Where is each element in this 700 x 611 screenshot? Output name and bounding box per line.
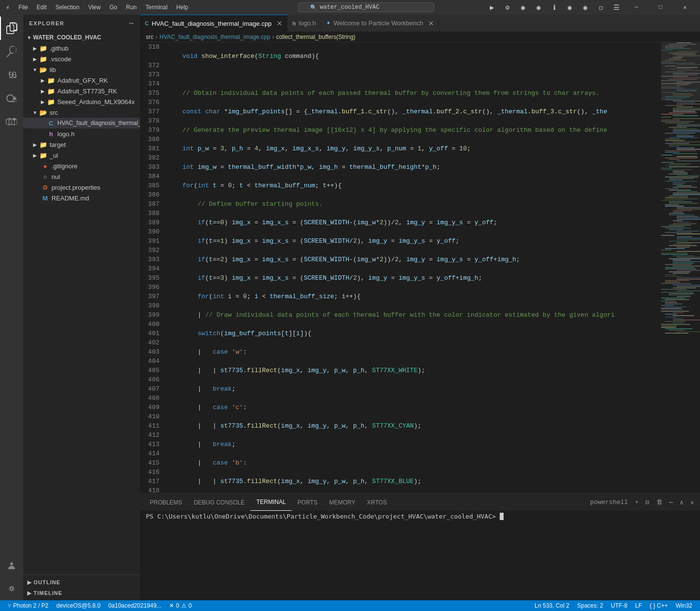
minimize-button[interactable]: ─ <box>625 0 648 15</box>
encoding-text: UTF-8 <box>611 602 628 609</box>
panel-tab-terminal[interactable]: TERMINAL <box>250 494 292 511</box>
menu-file[interactable]: File <box>15 3 32 12</box>
activity-extensions[interactable] <box>0 110 23 133</box>
toolbar-btn2[interactable]: ◉ <box>532 0 545 14</box>
activity-account[interactable] <box>0 554 23 577</box>
code-content[interactable]: void show_interface(String command){ // … <box>163 42 661 493</box>
toolbar-btn4[interactable]: ◉ <box>563 0 577 14</box>
menu-terminal[interactable]: Terminal <box>141 3 171 12</box>
panel-tab-problems[interactable]: PROBLEMS <box>144 494 188 511</box>
new-terminal-btn[interactable]: + <box>633 498 641 507</box>
tree-github[interactable]: ▶ 📁 .github <box>23 43 140 54</box>
file-icon-nul: ○ <box>41 173 50 180</box>
tree-readme[interactable]: M README.md <box>23 193 140 203</box>
tree-gitignore[interactable]: ● .gitignore <box>23 161 140 171</box>
warning-icon: ⚠ <box>181 602 187 609</box>
tree-lib[interactable]: ▼ 📂 lib <box>23 64 140 75</box>
toolbar-btn6[interactable]: ◻ <box>594 0 608 14</box>
tab-workbench[interactable]: ✦ Welcome to Particle Workbench ✕ <box>321 15 439 32</box>
menu-run[interactable]: Run <box>122 3 140 12</box>
breadcrumb-src[interactable]: src <box>146 34 154 40</box>
toolbar-btn3[interactable]: ℹ <box>547 0 561 14</box>
delete-terminal-btn[interactable]: 🗑 <box>654 498 665 507</box>
status-language[interactable]: { } C++ <box>646 600 672 611</box>
label-nul: nul <box>52 173 60 180</box>
more-terminal-btn[interactable]: ⋯ <box>667 498 675 507</box>
code-line: int p_w = 3, p_h = 4, img_x, img_x_s, im… <box>167 144 661 153</box>
tree-logo-h[interactable]: h logo.h <box>23 128 140 139</box>
timeline-header[interactable]: ▶ TIMELINE <box>23 588 140 598</box>
tree-ul[interactable]: ▶ 📁 _ul <box>23 150 140 161</box>
status-ln-col[interactable]: Ln 533, Col 2 <box>531 600 573 611</box>
file-icon-logo-h: h <box>47 130 55 138</box>
outline-label: OUTLINE <box>34 579 60 585</box>
tree-target[interactable]: ▶ 📁 target <box>23 139 140 150</box>
status-right: Ln 533, Col 2 Spaces: 2 UTF-8 LF { } C++… <box>531 600 696 611</box>
menu-selection[interactable]: Selection <box>52 3 83 12</box>
status-platform[interactable]: Win32 <box>672 600 696 611</box>
breadcrumb-sep2: › <box>272 34 274 40</box>
code-line: | | st7735.fillRect(img_x, img_y, p_w, p… <box>167 366 661 375</box>
panel-tab-xrtos[interactable]: XRTOS <box>361 494 393 511</box>
status-spaces[interactable]: Spaces: 2 <box>573 600 607 611</box>
tree-nul[interactable]: ○ nul <box>23 171 140 182</box>
panel-tab-debug-console[interactable]: DEBUG CONSOLE <box>188 494 251 511</box>
code-line: int img_w = thermal_buff_width*p_w, img_… <box>167 162 661 172</box>
status-eol[interactable]: LF <box>631 600 646 611</box>
tree-project-root[interactable]: ▼ WATER_COOLED_HVAC <box>23 32 140 43</box>
menu-edit[interactable]: Edit <box>33 3 51 12</box>
code-editor[interactable]: 318 372 373 374 375 376 377 378 379 380 … <box>140 42 661 493</box>
status-device-os[interactable]: deviceOS@5.8.0 <box>52 600 105 611</box>
toolbar-btn1[interactable]: ◉ <box>516 0 530 14</box>
folder-icon-src: 📂 <box>39 109 48 116</box>
activity-settings[interactable] <box>0 577 23 600</box>
activity-search[interactable] <box>0 40 23 63</box>
status-branch[interactable]: ⑂ Photon 2 / P2 <box>4 600 52 611</box>
toolbar-btn5[interactable]: ◉ <box>578 0 592 14</box>
breadcrumb-function[interactable]: collect_thermal_buffers(String) <box>276 34 355 40</box>
terminal-content[interactable]: PS C:\Users\kutlu\OneDrive\Documents\Par… <box>140 511 700 600</box>
panel-tab-memory[interactable]: MEMORY <box>323 494 361 511</box>
close-button[interactable]: ✕ <box>674 0 696 15</box>
maximize-button[interactable]: □ <box>649 0 672 15</box>
tab-close-wb[interactable]: ✕ <box>428 19 434 27</box>
menu-help[interactable]: Help <box>173 3 192 12</box>
tab-logo-h[interactable]: h logo.h <box>288 15 321 32</box>
search-bar[interactable]: 🔍 water_cooled_HVAC <box>298 2 434 12</box>
split-terminal-btn[interactable]: ⊟ <box>644 498 651 507</box>
maximize-panel-btn[interactable]: ∧ <box>678 498 685 507</box>
code-line: | break; <box>167 384 661 394</box>
activity-run-debug[interactable] <box>0 87 23 110</box>
folder-icon-vscode: 📁 <box>39 55 48 63</box>
tree-adafruit-gfx[interactable]: ▶ 📁 Adafruit_GFX_RK <box>23 75 140 86</box>
toolbar-btn7[interactable]: ☰ <box>610 0 623 14</box>
activity-source-control[interactable] <box>0 63 23 87</box>
menu-view[interactable]: View <box>84 3 105 12</box>
outline-header[interactable]: ▶ OUTLINE <box>23 577 140 588</box>
status-errors[interactable]: ✕ 0 ⚠ 0 <box>165 600 195 611</box>
tree-src[interactable]: ▼ 📂 src <box>23 107 140 118</box>
folder-icon-seeed: 📁 <box>47 98 55 106</box>
run-button[interactable]: ▶ <box>485 0 499 14</box>
sidebar-more-icon[interactable]: ⋯ <box>129 18 134 28</box>
tree-seeed[interactable]: ▶ 📁 Seeed_Arduino_MLX9064x <box>23 96 140 107</box>
tree-hvac-cpp[interactable]: C HVAC_fault_diagnosis_thermal_image.cpp <box>23 118 140 128</box>
tree-vscode[interactable]: ▶ 📁 .vscode <box>23 54 140 64</box>
tab-close-hvac[interactable]: ✕ <box>277 19 282 27</box>
breadcrumb-file[interactable]: HVAC_fault_diagnosis_thermal_image.cpp <box>159 34 270 40</box>
sidebar-header: EXPLORER ⋯ <box>23 15 140 32</box>
status-commit[interactable]: 0a10aced2021949... <box>105 600 165 611</box>
tab-hvac-cpp[interactable]: C HVAC_fault_diagnosis_thermal_image.cpp… <box>140 15 288 32</box>
code-with-lines: 318 372 373 374 375 376 377 378 379 380 … <box>140 42 661 493</box>
close-panel-btn[interactable]: ✕ <box>688 498 696 507</box>
tree-project-props[interactable]: ⚙ project.properties <box>23 182 140 193</box>
panel-tab-ports[interactable]: PORTS <box>292 494 323 511</box>
code-line: if(t==3) img_x = img_x_s = (SCREEN_WIDTH… <box>167 273 661 283</box>
toolbar-gear[interactable]: ⚙ <box>501 0 514 14</box>
main-area: EXPLORER ⋯ ▼ WATER_COOLED_HVAC ▶ 📁 .gith… <box>0 15 700 600</box>
status-encoding[interactable]: UTF-8 <box>607 600 631 611</box>
activity-explorer[interactable] <box>0 17 23 40</box>
tree-adafruit-st7735[interactable]: ▶ 📁 Adafruit_ST7735_RK <box>23 86 140 96</box>
menu-go[interactable]: Go <box>105 3 121 12</box>
code-line: switch(img_buff_points[t][i]){ <box>167 329 661 338</box>
